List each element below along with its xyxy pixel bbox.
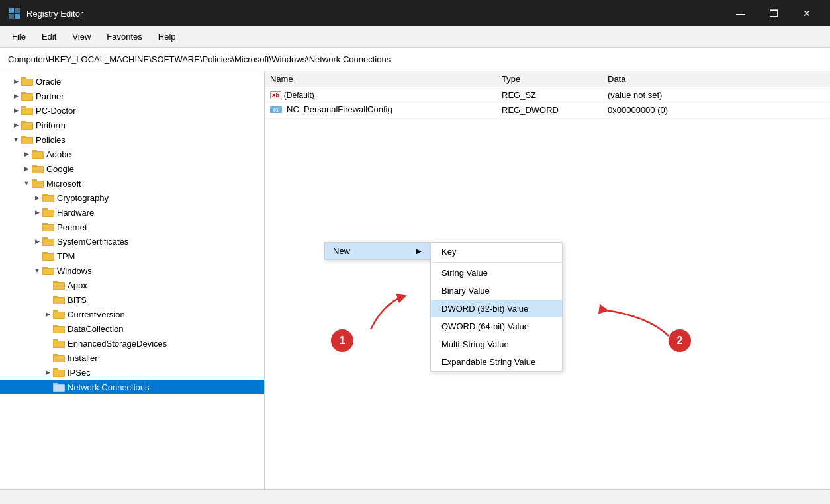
- folder-icon-cryptography: [42, 192, 54, 203]
- tree-label-windows: Windows: [57, 266, 92, 276]
- new-menu-item[interactable]: New ▶: [324, 242, 430, 260]
- tree-item-bits[interactable]: BITS: [0, 292, 264, 307]
- new-label: New: [333, 246, 350, 256]
- tree-label-policies: Policies: [36, 135, 66, 145]
- tree-item-enhancedstoragedevices[interactable]: EnhancedStorageDevices: [0, 336, 264, 351]
- tree-item-partner[interactable]: Partner: [0, 89, 264, 103]
- svg-text:01: 01: [273, 108, 279, 112]
- arrow-2: [569, 290, 675, 343]
- value-icon-default: ab (Default): [270, 91, 314, 100]
- svg-rect-8: [21, 92, 26, 94]
- tree-arrow-ipsec: [42, 367, 53, 378]
- tree-arrow-systemcertificates: [32, 236, 42, 247]
- nc-data: 0x00000000 (0): [602, 103, 830, 119]
- submenu-label-qword: QWORD (64-bit) Value: [441, 321, 529, 331]
- tree-arrow-adobe: [21, 149, 32, 159]
- tree-item-cryptography[interactable]: Cryptography: [0, 190, 264, 205]
- new-menu-trigger[interactable]: New ▶: [325, 243, 430, 259]
- tree-arrow-oracle: [11, 76, 21, 87]
- submenu-item-key[interactable]: Key: [431, 243, 562, 261]
- table-row[interactable]: 01 NC_PersonalFirewallConfig REG_DWORD 0…: [265, 103, 830, 119]
- tree-label-hardware: Hardware: [57, 208, 94, 218]
- tree-item-currentversion[interactable]: CurrentVersion: [0, 307, 264, 321]
- svg-rect-15: [22, 123, 32, 129]
- tree-item-systemcertificates[interactable]: SystemCertificates: [0, 234, 264, 249]
- submenu-item-dword[interactable]: DWORD (32-bit) Value: [431, 300, 562, 317]
- status-bar: [0, 489, 830, 504]
- submenu-item-qword[interactable]: QWORD (64-bit) Value: [431, 317, 562, 335]
- svg-rect-60: [54, 341, 64, 347]
- submenu-item-binary[interactable]: Binary Value: [431, 282, 562, 300]
- svg-rect-12: [22, 108, 32, 114]
- folder-icon-peernet: [42, 222, 54, 232]
- svg-rect-17: [21, 136, 26, 138]
- submenu-item-multistring[interactable]: Multi-String Value: [431, 335, 562, 353]
- svg-rect-6: [22, 79, 32, 85]
- submenu-label-key: Key: [441, 247, 456, 257]
- main-area: Oracle Partner PC-Doctor: [0, 71, 830, 489]
- menu-file[interactable]: File: [5, 29, 32, 44]
- svg-rect-57: [54, 327, 64, 333]
- default-data: (value not set): [602, 87, 830, 103]
- tree-item-tpm[interactable]: TPM: [0, 249, 264, 263]
- svg-rect-47: [53, 281, 58, 283]
- table-row[interactable]: ab (Default) REG_SZ (value not set): [265, 87, 830, 103]
- menu-view[interactable]: View: [66, 29, 97, 44]
- svg-rect-23: [32, 165, 37, 167]
- tree-item-networkconnections[interactable]: Network Connections: [0, 380, 264, 394]
- tree-item-piriform[interactable]: Piriform: [0, 118, 264, 132]
- default-value-name: (Default): [284, 91, 314, 100]
- right-pane: Name Type Data ab (Default) REG_SZ (valu…: [265, 71, 830, 489]
- tree-item-microsoft[interactable]: Microsoft: [0, 176, 264, 190]
- menu-edit[interactable]: Edit: [35, 29, 63, 44]
- folder-icon-systemcertificates: [42, 236, 54, 247]
- folder-icon-enhancedstoragedevices: [53, 338, 65, 349]
- menu-help[interactable]: Help: [152, 29, 183, 44]
- svg-rect-68: [53, 383, 58, 385]
- tree-item-pcdoctor[interactable]: PC-Doctor: [0, 103, 264, 118]
- tree-label-enhancedstoragedevices: EnhancedStorageDevices: [68, 339, 167, 349]
- folder-icon-google: [32, 163, 44, 174]
- ab-icon: ab: [270, 91, 281, 99]
- annotation-label-1: 1: [340, 335, 346, 347]
- svg-rect-41: [42, 252, 48, 254]
- tree-item-datacollection[interactable]: DataCollection: [0, 321, 264, 336]
- tree-item-policies[interactable]: Policies: [0, 132, 264, 147]
- tree-item-google[interactable]: Google: [0, 161, 264, 176]
- minimize-button[interactable]: —: [725, 3, 756, 24]
- tree-item-installer[interactable]: Installer: [0, 351, 264, 365]
- svg-rect-38: [42, 237, 48, 239]
- tree-item-adobe[interactable]: Adobe: [0, 147, 264, 161]
- svg-rect-0: [9, 8, 14, 13]
- tree-label-networkconnections: Network Connections: [68, 382, 150, 392]
- tree-item-peernet[interactable]: Peernet: [0, 220, 264, 234]
- close-button[interactable]: ✕: [792, 3, 822, 24]
- svg-rect-53: [53, 310, 58, 312]
- menu-favorites[interactable]: Favorites: [100, 29, 148, 44]
- tree-item-windows[interactable]: Windows: [0, 263, 264, 278]
- svg-rect-56: [53, 325, 58, 327]
- tree-item-hardware[interactable]: Hardware: [0, 205, 264, 220]
- col-header-type: Type: [496, 71, 602, 87]
- folder-icon-installer: [53, 353, 65, 363]
- folder-icon-windows: [42, 265, 54, 276]
- svg-rect-45: [43, 269, 54, 274]
- title-bar: Registry Editor — 🗖 ✕: [0, 0, 830, 26]
- svg-rect-3: [15, 14, 20, 19]
- submenu-item-expandable[interactable]: Expandable String Value: [431, 353, 562, 371]
- svg-rect-14: [21, 121, 26, 123]
- value-icon-nc: 01 NC_PersonalFirewallConfig: [270, 105, 392, 114]
- submenu-item-string[interactable]: String Value: [431, 264, 562, 282]
- tree-label-ipsec: IPSec: [68, 368, 91, 378]
- tree-item-ipsec[interactable]: IPSec: [0, 365, 264, 380]
- folder-icon-ipsec: [53, 367, 65, 378]
- tree-arrow-microsoft: [21, 178, 32, 189]
- maximize-button[interactable]: 🗖: [759, 3, 789, 24]
- svg-rect-20: [32, 150, 37, 152]
- tree-item-appx[interactable]: Appx: [0, 278, 264, 292]
- svg-rect-50: [53, 296, 58, 298]
- annotation-label-2: 2: [677, 335, 683, 347]
- tree-arrow-cryptography: [32, 192, 42, 203]
- svg-rect-5: [21, 77, 26, 79]
- tree-item-oracle[interactable]: Oracle: [0, 74, 264, 89]
